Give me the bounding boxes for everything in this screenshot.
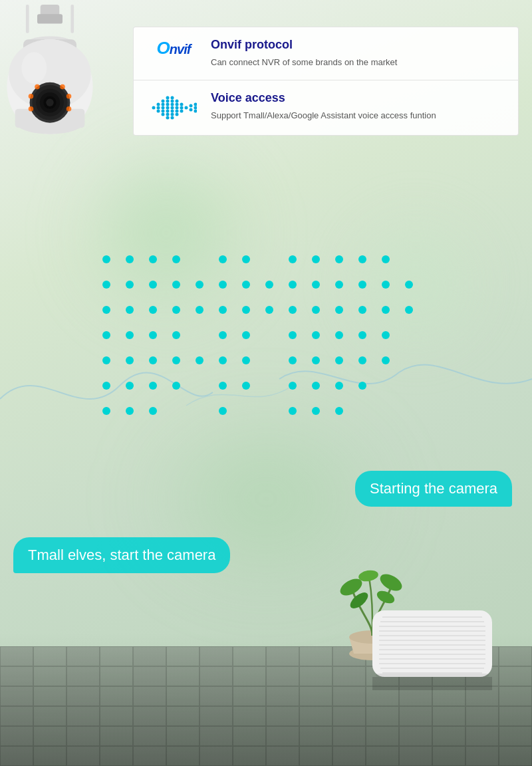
grid-cell <box>266 666 299 686</box>
grid-cell <box>66 746 100 766</box>
grid-cell <box>33 686 66 706</box>
grid-cell <box>266 746 299 766</box>
voice-icon <box>147 91 200 124</box>
svg-rect-1 <box>37 14 63 23</box>
grid-cell <box>66 686 100 706</box>
svg-point-113 <box>172 356 180 364</box>
svg-point-97 <box>382 306 390 314</box>
grid-cell <box>233 646 266 666</box>
svg-rect-146 <box>372 610 492 677</box>
svg-point-56 <box>190 108 193 111</box>
grid-cell <box>332 666 366 686</box>
grid-cell <box>233 726 266 746</box>
svg-point-54 <box>185 106 188 109</box>
info-cards: Onvif Onvif protocol Can connect NVR of … <box>133 27 519 136</box>
svg-point-59 <box>194 109 198 112</box>
svg-point-92 <box>265 306 273 314</box>
svg-point-134 <box>149 407 157 415</box>
svg-point-135 <box>219 407 227 415</box>
grid-cell <box>0 706 33 726</box>
grid-cell <box>499 666 532 686</box>
svg-point-83 <box>382 281 390 289</box>
grid-cell <box>200 746 233 766</box>
svg-point-39 <box>171 96 174 99</box>
svg-point-42 <box>171 106 174 109</box>
grid-cell <box>100 686 133 706</box>
svg-point-25 <box>157 106 160 109</box>
svg-point-55 <box>190 104 193 107</box>
svg-point-67 <box>312 255 320 263</box>
grid-cell <box>100 646 133 666</box>
svg-point-100 <box>126 331 134 339</box>
svg-point-57 <box>194 102 198 106</box>
bubble-left: Tmall elves, start the camera <box>13 537 230 573</box>
grid-cell <box>432 746 466 766</box>
svg-point-122 <box>102 382 110 390</box>
svg-point-127 <box>242 382 250 390</box>
svg-point-52 <box>180 106 184 109</box>
svg-point-80 <box>312 281 320 289</box>
svg-point-123 <box>126 382 134 390</box>
svg-point-28 <box>162 102 165 106</box>
svg-point-40 <box>171 99 174 102</box>
svg-point-126 <box>219 382 227 390</box>
svg-point-29 <box>162 106 165 109</box>
svg-point-36 <box>166 109 170 112</box>
grid-cell <box>366 706 399 726</box>
grid-cell <box>200 706 233 726</box>
svg-point-94 <box>312 306 320 314</box>
svg-point-117 <box>289 356 297 364</box>
svg-point-86 <box>126 306 134 314</box>
grid-cell <box>200 686 233 706</box>
svg-point-44 <box>171 112 174 116</box>
grid-cell <box>399 746 432 766</box>
grid-cell <box>233 666 266 686</box>
grid-cell <box>332 706 366 726</box>
svg-point-72 <box>126 281 134 289</box>
grid-cell <box>432 706 466 726</box>
grid-cell <box>66 666 100 686</box>
svg-point-69 <box>358 255 366 263</box>
grid-cell <box>200 726 233 746</box>
svg-point-104 <box>242 331 250 339</box>
camera-image <box>0 0 133 226</box>
grid-cell <box>33 726 66 746</box>
grid-cell <box>466 706 499 726</box>
dot-pattern <box>86 246 432 432</box>
svg-point-34 <box>166 102 170 106</box>
grid-cell <box>499 646 532 666</box>
grid-cell <box>0 686 33 706</box>
grid-cell <box>66 646 100 666</box>
svg-point-50 <box>176 112 179 116</box>
svg-point-33 <box>166 99 170 102</box>
svg-point-62 <box>149 255 157 263</box>
svg-point-85 <box>102 306 110 314</box>
grid-cell <box>233 746 266 766</box>
grid-cell <box>66 706 100 726</box>
svg-point-116 <box>242 356 250 364</box>
svg-point-132 <box>102 407 110 415</box>
svg-point-15 <box>46 99 53 106</box>
svg-point-30 <box>162 109 165 112</box>
grid-cell <box>200 646 233 666</box>
grid-cell <box>466 746 499 766</box>
smart-speaker <box>366 590 499 693</box>
grid-cell <box>100 666 133 686</box>
grid-cell <box>133 706 166 726</box>
grid-cell <box>33 706 66 726</box>
svg-point-136 <box>289 407 297 415</box>
grid-cell <box>266 686 299 706</box>
bubble-left-text: Tmall elves, start the camera <box>28 547 215 563</box>
svg-point-48 <box>176 106 179 109</box>
svg-point-22 <box>21 52 47 84</box>
svg-point-38 <box>166 116 170 119</box>
svg-point-71 <box>102 281 110 289</box>
grid-cell <box>0 726 33 746</box>
svg-point-120 <box>358 356 366 364</box>
svg-point-78 <box>265 281 273 289</box>
grid-cell <box>399 726 432 746</box>
svg-point-128 <box>289 382 297 390</box>
svg-point-118 <box>312 356 320 364</box>
svg-point-37 <box>166 112 170 116</box>
svg-point-110 <box>102 356 110 364</box>
